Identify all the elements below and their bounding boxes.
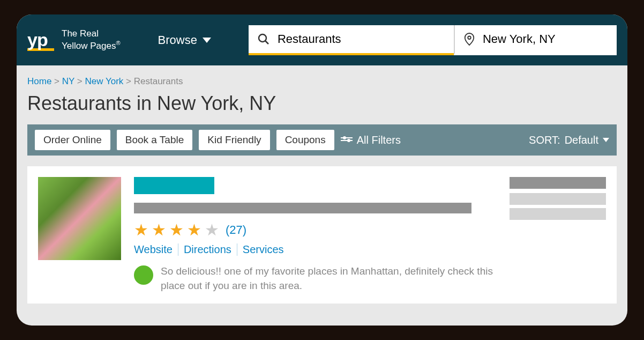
search-icon [257,33,270,46]
breadcrumb-current: Restaurants [134,76,183,86]
sort-dropdown[interactable]: SORT: Default [529,134,609,146]
caret-down-icon [603,138,609,142]
listing-phone-redacted [510,177,606,189]
review-snippet: So delicious!! one of my favorite places… [134,264,497,293]
search-input[interactable] [278,32,445,46]
content: Home > NY > New York > Restaurants Resta… [17,65,627,304]
breadcrumb-home[interactable]: Home [27,76,51,86]
listing-card: ★ ★ ★ ★ ★ (27) Website Directions Servic… [27,166,617,304]
location-input[interactable] [483,32,608,46]
browse-menu[interactable]: Browse [158,33,211,47]
review-text: So delicious!! one of my favorite places… [161,264,497,293]
caret-down-icon [203,38,211,43]
listing-links: Website Directions Services [134,243,497,256]
svg-point-0 [259,34,266,42]
services-link[interactable]: Services [237,243,289,256]
website-link[interactable]: Website [134,243,178,256]
listing-address-redacted [510,208,606,220]
filter-order-online[interactable]: Order Online [35,130,110,150]
logo-text: yp [27,29,54,50]
listing-thumbnail[interactable] [38,177,121,260]
star-icon: ★ [152,222,166,238]
breadcrumb: Home > NY > New York > Restaurants [17,76,627,92]
review-count[interactable]: (27) [226,223,246,237]
sliders-icon [341,136,353,144]
star-icon: ★ [187,222,201,238]
breadcrumb-state[interactable]: NY [62,76,74,86]
filter-book-table[interactable]: Book a Table [117,130,193,150]
avatar [134,265,153,285]
svg-point-2 [468,36,471,39]
all-filters-button[interactable]: All Filters [341,134,401,146]
listing-main: ★ ★ ★ ★ ★ (27) Website Directions Servic… [134,177,497,293]
filter-kid-friendly[interactable]: Kid Friendly [199,130,269,150]
svg-line-1 [265,41,268,44]
star-icon: ★ [205,222,219,238]
filter-coupons[interactable]: Coupons [276,130,334,150]
search-box[interactable] [249,25,454,55]
listing-categories-redacted [134,203,471,213]
listing-address-redacted [510,193,606,205]
header: yp The Real Yellow Pages® Browse [17,14,627,65]
browse-label: Browse [158,33,197,47]
directions-link[interactable]: Directions [178,243,237,256]
listing-title-redacted[interactable] [134,177,214,194]
filter-bar: Order Online Book a Table Kid Friendly C… [27,124,617,156]
search-group [249,25,617,55]
breadcrumb-city[interactable]: New York [85,76,123,86]
listing-side [510,177,606,293]
page-title: Restaurants in New York, NY [17,92,627,124]
logo[interactable]: yp The Real Yellow Pages® [27,28,121,51]
logo-tagline: The Real Yellow Pages® [62,28,121,51]
star-icon: ★ [134,222,148,238]
location-pin-icon [463,32,475,46]
star-icon: ★ [169,222,184,238]
location-box[interactable] [454,25,617,55]
rating-row[interactable]: ★ ★ ★ ★ ★ (27) [134,222,497,238]
